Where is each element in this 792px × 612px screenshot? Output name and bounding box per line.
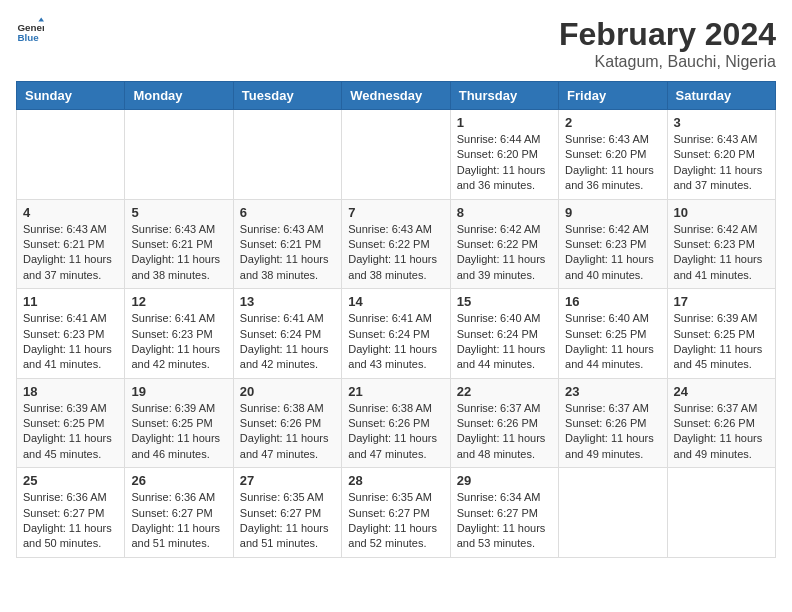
day-info: Sunrise: 6:35 AMSunset: 6:27 PMDaylight:… xyxy=(240,490,335,552)
day-of-week-header: Monday xyxy=(125,82,233,110)
calendar-cell: 7Sunrise: 6:43 AMSunset: 6:22 PMDaylight… xyxy=(342,199,450,289)
day-number: 10 xyxy=(674,205,769,220)
day-info: Sunrise: 6:37 AMSunset: 6:26 PMDaylight:… xyxy=(565,401,660,463)
day-number: 5 xyxy=(131,205,226,220)
day-of-week-header: Wednesday xyxy=(342,82,450,110)
day-info: Sunrise: 6:43 AMSunset: 6:21 PMDaylight:… xyxy=(131,222,226,284)
day-number: 3 xyxy=(674,115,769,130)
day-number: 17 xyxy=(674,294,769,309)
calendar-header-row: SundayMondayTuesdayWednesdayThursdayFrid… xyxy=(17,82,776,110)
svg-text:Blue: Blue xyxy=(17,32,39,43)
day-info: Sunrise: 6:43 AMSunset: 6:21 PMDaylight:… xyxy=(240,222,335,284)
generalblue-logo-icon: General Blue xyxy=(16,16,44,44)
day-number: 21 xyxy=(348,384,443,399)
day-number: 26 xyxy=(131,473,226,488)
day-number: 15 xyxy=(457,294,552,309)
calendar-cell: 5Sunrise: 6:43 AMSunset: 6:21 PMDaylight… xyxy=(125,199,233,289)
day-info: Sunrise: 6:37 AMSunset: 6:26 PMDaylight:… xyxy=(674,401,769,463)
calendar-cell xyxy=(233,110,341,200)
day-number: 8 xyxy=(457,205,552,220)
day-number: 24 xyxy=(674,384,769,399)
calendar-cell: 19Sunrise: 6:39 AMSunset: 6:25 PMDayligh… xyxy=(125,378,233,468)
calendar-cell: 1Sunrise: 6:44 AMSunset: 6:20 PMDaylight… xyxy=(450,110,558,200)
day-number: 2 xyxy=(565,115,660,130)
day-number: 16 xyxy=(565,294,660,309)
calendar-cell: 22Sunrise: 6:37 AMSunset: 6:26 PMDayligh… xyxy=(450,378,558,468)
day-info: Sunrise: 6:38 AMSunset: 6:26 PMDaylight:… xyxy=(240,401,335,463)
day-number: 4 xyxy=(23,205,118,220)
day-info: Sunrise: 6:39 AMSunset: 6:25 PMDaylight:… xyxy=(131,401,226,463)
day-info: Sunrise: 6:41 AMSunset: 6:24 PMDaylight:… xyxy=(348,311,443,373)
day-info: Sunrise: 6:43 AMSunset: 6:21 PMDaylight:… xyxy=(23,222,118,284)
day-number: 20 xyxy=(240,384,335,399)
day-info: Sunrise: 6:41 AMSunset: 6:24 PMDaylight:… xyxy=(240,311,335,373)
day-info: Sunrise: 6:43 AMSunset: 6:20 PMDaylight:… xyxy=(565,132,660,194)
day-info: Sunrise: 6:43 AMSunset: 6:20 PMDaylight:… xyxy=(674,132,769,194)
day-number: 6 xyxy=(240,205,335,220)
header: General Blue February 2024 Katagum, Bauc… xyxy=(16,16,776,71)
calendar-cell: 16Sunrise: 6:40 AMSunset: 6:25 PMDayligh… xyxy=(559,289,667,379)
day-info: Sunrise: 6:39 AMSunset: 6:25 PMDaylight:… xyxy=(674,311,769,373)
calendar-cell: 21Sunrise: 6:38 AMSunset: 6:26 PMDayligh… xyxy=(342,378,450,468)
title-section: February 2024 Katagum, Bauchi, Nigeria xyxy=(559,16,776,71)
day-info: Sunrise: 6:42 AMSunset: 6:22 PMDaylight:… xyxy=(457,222,552,284)
day-number: 23 xyxy=(565,384,660,399)
calendar-cell: 24Sunrise: 6:37 AMSunset: 6:26 PMDayligh… xyxy=(667,378,775,468)
calendar-cell: 18Sunrise: 6:39 AMSunset: 6:25 PMDayligh… xyxy=(17,378,125,468)
day-info: Sunrise: 6:34 AMSunset: 6:27 PMDaylight:… xyxy=(457,490,552,552)
day-of-week-header: Friday xyxy=(559,82,667,110)
day-of-week-header: Thursday xyxy=(450,82,558,110)
calendar-cell: 2Sunrise: 6:43 AMSunset: 6:20 PMDaylight… xyxy=(559,110,667,200)
day-number: 14 xyxy=(348,294,443,309)
day-info: Sunrise: 6:39 AMSunset: 6:25 PMDaylight:… xyxy=(23,401,118,463)
calendar-cell xyxy=(667,468,775,558)
location-subtitle: Katagum, Bauchi, Nigeria xyxy=(559,53,776,71)
calendar-cell xyxy=(17,110,125,200)
day-number: 13 xyxy=(240,294,335,309)
calendar-cell xyxy=(559,468,667,558)
day-info: Sunrise: 6:37 AMSunset: 6:26 PMDaylight:… xyxy=(457,401,552,463)
calendar-cell: 11Sunrise: 6:41 AMSunset: 6:23 PMDayligh… xyxy=(17,289,125,379)
calendar-cell: 28Sunrise: 6:35 AMSunset: 6:27 PMDayligh… xyxy=(342,468,450,558)
day-info: Sunrise: 6:35 AMSunset: 6:27 PMDaylight:… xyxy=(348,490,443,552)
day-info: Sunrise: 6:41 AMSunset: 6:23 PMDaylight:… xyxy=(131,311,226,373)
calendar-cell: 6Sunrise: 6:43 AMSunset: 6:21 PMDaylight… xyxy=(233,199,341,289)
day-info: Sunrise: 6:43 AMSunset: 6:22 PMDaylight:… xyxy=(348,222,443,284)
day-info: Sunrise: 6:40 AMSunset: 6:25 PMDaylight:… xyxy=(565,311,660,373)
calendar-table: SundayMondayTuesdayWednesdayThursdayFrid… xyxy=(16,81,776,558)
day-info: Sunrise: 6:40 AMSunset: 6:24 PMDaylight:… xyxy=(457,311,552,373)
day-of-week-header: Sunday xyxy=(17,82,125,110)
day-info: Sunrise: 6:36 AMSunset: 6:27 PMDaylight:… xyxy=(23,490,118,552)
month-year-title: February 2024 xyxy=(559,16,776,53)
day-info: Sunrise: 6:38 AMSunset: 6:26 PMDaylight:… xyxy=(348,401,443,463)
calendar-cell: 27Sunrise: 6:35 AMSunset: 6:27 PMDayligh… xyxy=(233,468,341,558)
calendar-cell: 15Sunrise: 6:40 AMSunset: 6:24 PMDayligh… xyxy=(450,289,558,379)
day-of-week-header: Tuesday xyxy=(233,82,341,110)
day-number: 11 xyxy=(23,294,118,309)
day-info: Sunrise: 6:36 AMSunset: 6:27 PMDaylight:… xyxy=(131,490,226,552)
calendar-cell: 25Sunrise: 6:36 AMSunset: 6:27 PMDayligh… xyxy=(17,468,125,558)
calendar-cell: 4Sunrise: 6:43 AMSunset: 6:21 PMDaylight… xyxy=(17,199,125,289)
day-number: 9 xyxy=(565,205,660,220)
day-number: 7 xyxy=(348,205,443,220)
calendar-cell xyxy=(125,110,233,200)
calendar-cell: 29Sunrise: 6:34 AMSunset: 6:27 PMDayligh… xyxy=(450,468,558,558)
day-number: 22 xyxy=(457,384,552,399)
day-info: Sunrise: 6:41 AMSunset: 6:23 PMDaylight:… xyxy=(23,311,118,373)
calendar-cell: 20Sunrise: 6:38 AMSunset: 6:26 PMDayligh… xyxy=(233,378,341,468)
calendar-week-row: 4Sunrise: 6:43 AMSunset: 6:21 PMDaylight… xyxy=(17,199,776,289)
calendar-cell: 8Sunrise: 6:42 AMSunset: 6:22 PMDaylight… xyxy=(450,199,558,289)
day-number: 27 xyxy=(240,473,335,488)
calendar-cell: 3Sunrise: 6:43 AMSunset: 6:20 PMDaylight… xyxy=(667,110,775,200)
calendar-week-row: 18Sunrise: 6:39 AMSunset: 6:25 PMDayligh… xyxy=(17,378,776,468)
day-info: Sunrise: 6:44 AMSunset: 6:20 PMDaylight:… xyxy=(457,132,552,194)
calendar-cell: 14Sunrise: 6:41 AMSunset: 6:24 PMDayligh… xyxy=(342,289,450,379)
day-number: 18 xyxy=(23,384,118,399)
calendar-cell: 12Sunrise: 6:41 AMSunset: 6:23 PMDayligh… xyxy=(125,289,233,379)
day-number: 28 xyxy=(348,473,443,488)
day-number: 29 xyxy=(457,473,552,488)
calendar-cell: 9Sunrise: 6:42 AMSunset: 6:23 PMDaylight… xyxy=(559,199,667,289)
calendar-week-row: 25Sunrise: 6:36 AMSunset: 6:27 PMDayligh… xyxy=(17,468,776,558)
calendar-cell xyxy=(342,110,450,200)
calendar-week-row: 1Sunrise: 6:44 AMSunset: 6:20 PMDaylight… xyxy=(17,110,776,200)
